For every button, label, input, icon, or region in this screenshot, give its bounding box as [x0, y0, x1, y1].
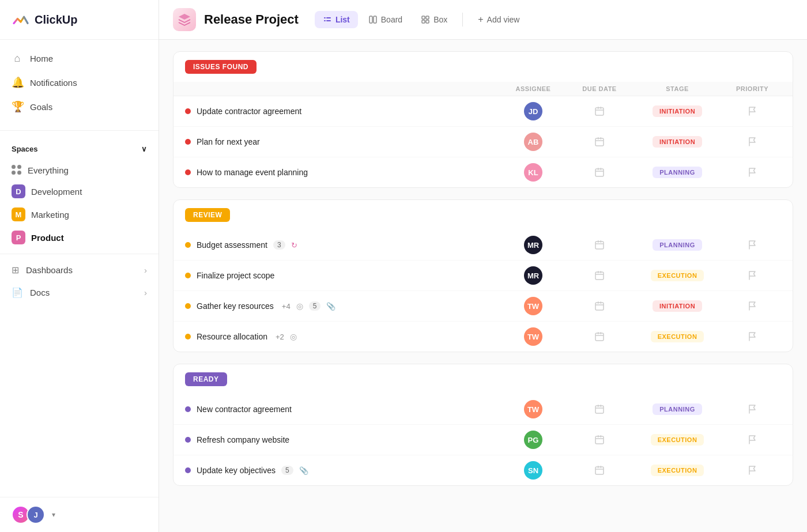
svg-rect-26	[598, 301, 599, 304]
nav-docs[interactable]: 📄 Docs ›	[0, 281, 159, 304]
space-everything[interactable]: Everything	[0, 160, 159, 180]
list-icon	[323, 15, 332, 24]
nav-goals[interactable]: 🏆 Goals	[0, 95, 159, 119]
assignee-cell: TW	[499, 400, 568, 418]
svg-rect-2	[324, 20, 326, 21]
task-label: Update key objectives	[197, 466, 276, 475]
tab-box[interactable]: Box	[413, 11, 455, 28]
task-label: Refresh company website	[197, 435, 289, 444]
user-area[interactable]: S J ▾	[0, 497, 159, 532]
stage-cell: EXECUTION	[631, 434, 723, 446]
svg-rect-39	[601, 466, 602, 468]
table-row[interactable]: New contractor agreement TW PLANNING	[174, 394, 793, 425]
svg-rect-18	[601, 168, 602, 170]
tab-board[interactable]: Board	[360, 11, 410, 28]
assignee-cell: TW	[499, 327, 568, 346]
svg-rect-31	[595, 406, 604, 413]
assignee-cell: JD	[499, 102, 568, 120]
task-label: Gather key resources	[197, 301, 274, 311]
date-cell	[568, 300, 631, 312]
calendar-icon	[594, 465, 605, 476]
stage-cell: EXECUTION	[631, 331, 723, 342]
table-row[interactable]: Refresh company website PG EXECUTION	[174, 425, 793, 455]
nav-dashboards[interactable]: ⊞ Dashboards ›	[0, 259, 159, 281]
table-row[interactable]: Plan for next year AB INITIATION	[174, 127, 793, 157]
space-product-label: Product	[31, 233, 64, 243]
nav-home[interactable]: ⌂ Home	[0, 47, 159, 70]
svg-rect-1	[326, 17, 331, 18]
avatar: TW	[524, 327, 542, 346]
table-row[interactable]: Resource allocation +2 ◎ TW EXECUTION	[174, 322, 793, 352]
table-row[interactable]: Budget assessment 3 ↻ MR PLANNING	[174, 230, 793, 261]
assignee-cell: MR	[499, 266, 568, 285]
section-review: REVIEW Budget assessment 3 ↻ MR PLANNING	[173, 199, 793, 352]
task-label: New contractor agreement	[197, 405, 292, 414]
task-extra-count: +2	[276, 333, 284, 341]
th-duedate: DUE DATE	[568, 85, 631, 92]
th-assignee: ASSIGNEE	[499, 85, 568, 92]
svg-rect-13	[595, 138, 604, 146]
assignee-cell: AB	[499, 133, 568, 151]
stage-cell: PLANNING	[631, 239, 723, 251]
topbar: Release Project List Board Box + Add vie…	[159, 0, 807, 40]
add-view-button[interactable]: + Add view	[470, 10, 527, 29]
table-row[interactable]: Update key objectives 5 📎 SN EXECUTION	[174, 455, 793, 485]
spaces-divider	[0, 254, 159, 254]
svg-rect-29	[598, 332, 599, 334]
svg-rect-17	[598, 168, 599, 170]
space-development[interactable]: D Development	[0, 180, 159, 203]
task-label: Budget assessment	[197, 240, 267, 250]
svg-rect-37	[595, 467, 604, 474]
date-cell	[568, 136, 631, 148]
flag-icon	[747, 137, 757, 147]
nav-notifications[interactable]: 🔔 Notifications	[0, 70, 159, 95]
task-dot	[185, 334, 191, 339]
task-meta-icon: ↻	[291, 241, 297, 250]
box-icon	[421, 15, 430, 24]
space-product-badge: P	[12, 231, 25, 244]
calendar-icon	[594, 105, 605, 117]
tab-list-label: List	[335, 15, 350, 24]
task-name: Update contractor agreement	[185, 107, 499, 116]
space-marketing-label: Marketing	[31, 210, 69, 220]
date-cell	[568, 105, 631, 117]
task-meta-count: 3	[273, 240, 285, 250]
section-issues-badge: ISSUES FOUND	[185, 60, 257, 74]
stage-badge: INITIATION	[653, 300, 702, 312]
task-name: Gather key resources +4 ◎ 5 📎	[185, 301, 499, 311]
assignee-cell: SN	[499, 461, 568, 480]
table-row[interactable]: Finalize project scope MR EXECUTION	[174, 261, 793, 291]
calendar-icon	[594, 300, 605, 312]
svg-rect-8	[422, 20, 425, 23]
spaces-section: Spaces ∨	[0, 135, 159, 160]
space-marketing[interactable]: M Marketing	[0, 203, 159, 226]
main-nav: ⌂ Home 🔔 Notifications 🏆 Goals	[0, 40, 159, 126]
avatar: MR	[524, 236, 542, 254]
tab-board-label: Board	[381, 15, 402, 24]
nav-docs-label: Docs	[30, 288, 50, 297]
avatar: KL	[524, 163, 542, 182]
section-issues-header: ISSUES FOUND	[174, 52, 793, 82]
tab-list[interactable]: List	[315, 11, 358, 28]
table-row[interactable]: Gather key resources +4 ◎ 5 📎 TW INITIAT…	[174, 291, 793, 322]
avatar: MR	[524, 266, 542, 285]
cube-icon	[178, 13, 191, 27]
stage-cell: INITIATION	[631, 105, 723, 117]
task-label: Update contractor agreement	[197, 107, 301, 116]
avatar: PG	[524, 431, 542, 449]
stage-cell: INITIATION	[631, 136, 723, 148]
task-dot	[185, 437, 191, 443]
task-name: New contractor agreement	[185, 405, 499, 414]
space-product[interactable]: P Product	[0, 226, 159, 249]
avatar: AB	[524, 133, 542, 151]
svg-rect-16	[595, 169, 604, 176]
section-review-badge: REVIEW	[185, 208, 230, 222]
chevron-down-icon[interactable]: ∨	[141, 145, 147, 153]
table-row[interactable]: How to manage event planning KL PLANNING	[174, 157, 793, 187]
table-row[interactable]: Update contractor agreement JD INITIATIO…	[174, 96, 793, 127]
calendar-icon	[594, 331, 605, 342]
stage-cell: INITIATION	[631, 300, 723, 312]
assignee-cell: KL	[499, 163, 568, 182]
svg-rect-4	[369, 16, 372, 23]
task-dot	[185, 108, 191, 114]
